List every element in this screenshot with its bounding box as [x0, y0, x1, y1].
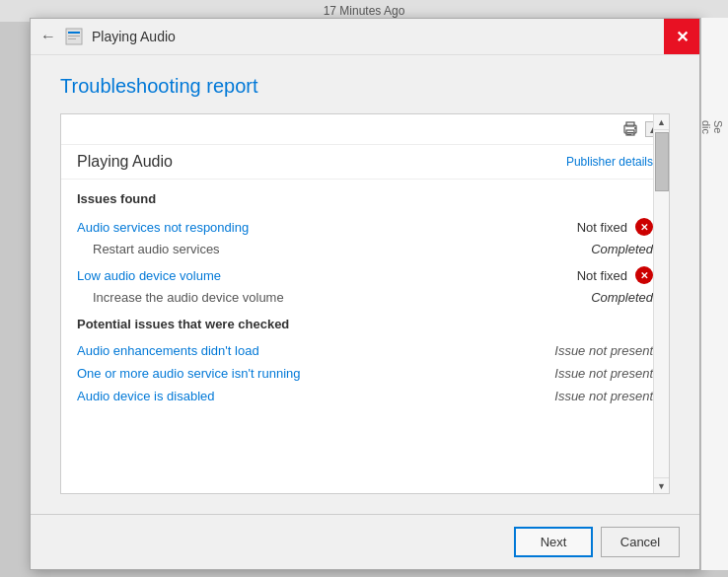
potential-link-2[interactable]: One or more audio service isn't running — [77, 366, 300, 381]
potential-link-3[interactable]: Audio device is disabled — [77, 389, 214, 403]
error-icon-1 — [635, 218, 653, 236]
potential-label: Potential issues that were checked — [77, 317, 653, 331]
sub-status-2: Completed — [591, 290, 653, 305]
svg-rect-3 — [68, 38, 76, 39]
status-not-fixed-2: Not fixed — [577, 268, 627, 283]
timestamp: 17 Minutes Ago — [324, 4, 405, 18]
panel-header: Playing Audio Publisher details — [61, 145, 669, 180]
content-area: Troubleshooting report ▲ Playing Audio — [31, 55, 699, 514]
next-button[interactable]: Next — [514, 527, 593, 557]
svg-rect-5 — [626, 122, 634, 126]
issue-row-2: Low audio device volume Not fixed — [77, 262, 653, 288]
sub-action-2: Increase the audio device volume — [93, 290, 284, 305]
potential-link-1[interactable]: Audio enhancements didn't load — [77, 343, 259, 358]
status-not-fixed-1: Not fixed — [577, 220, 627, 235]
close-button[interactable]: ✕ — [664, 19, 699, 54]
sub-row-1: Restart audio services Completed — [77, 240, 653, 258]
report-panel: ▲ Playing Audio Publisher details Issues… — [60, 113, 670, 494]
svg-rect-2 — [68, 36, 80, 36]
potential-status-1: Issue not present — [554, 343, 653, 358]
panel-body: Issues found Audio services not respondi… — [61, 180, 669, 493]
back-button[interactable]: ← — [40, 28, 56, 45]
window-icon — [64, 27, 84, 46]
scroll-up-btn[interactable]: ▲ — [654, 114, 670, 130]
issue-status-audio-services: Not fixed — [495, 218, 653, 236]
sub-status-1: Completed — [591, 242, 653, 256]
issues-found-label: Issues found — [77, 191, 653, 206]
panel-toolbar: ▲ — [61, 114, 669, 145]
potential-status-2: Issue not present — [554, 366, 653, 381]
issue-link-volume[interactable]: Low audio device volume — [77, 268, 221, 283]
sub-row-2: Increase the audio device volume Complet… — [77, 288, 653, 307]
potential-section: Potential issues that were checked Audio… — [77, 317, 653, 407]
svg-point-9 — [634, 127, 636, 129]
panel-title: Playing Audio — [77, 153, 173, 171]
right-panel-text: Sedic — [701, 116, 728, 138]
dialog: ← Playing Audio ✕ Troubleshooting report — [30, 18, 700, 570]
svg-rect-8 — [627, 134, 631, 135]
issue-link-audio-services[interactable]: Audio services not responding — [77, 220, 249, 235]
scroll-thumb[interactable] — [655, 132, 669, 191]
cancel-button[interactable]: Cancel — [601, 527, 680, 557]
publisher-details-link[interactable]: Publisher details — [566, 155, 653, 169]
title-bar: ← Playing Audio ✕ — [31, 19, 699, 55]
scrollbar: ▲ ▼ — [653, 114, 669, 493]
scroll-down-btn[interactable]: ▼ — [654, 477, 670, 493]
sub-action-1: Restart audio services — [93, 242, 220, 256]
svg-rect-7 — [627, 132, 633, 133]
dialog-title: Playing Audio — [92, 29, 176, 44]
print-icon[interactable] — [619, 118, 641, 140]
report-heading: Troubleshooting report — [60, 75, 670, 98]
svg-rect-1 — [68, 32, 80, 34]
potential-row-2: One or more audio service isn't running … — [77, 362, 653, 385]
right-panel: Sedic — [700, 18, 728, 570]
error-icon-2 — [635, 266, 653, 284]
potential-row-3: Audio device is disabled Issue not prese… — [77, 385, 653, 407]
issue-status-volume: Not fixed — [495, 266, 653, 284]
issue-row: Audio services not responding Not fixed — [77, 214, 653, 240]
potential-status-3: Issue not present — [554, 389, 653, 403]
potential-row-1: Audio enhancements didn't load Issue not… — [77, 339, 653, 362]
footer-area: Next Cancel — [31, 514, 699, 569]
